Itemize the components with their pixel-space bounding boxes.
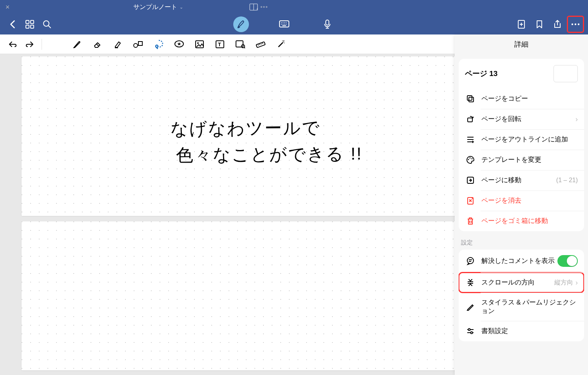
pen-mode-button[interactable] (233, 16, 249, 32)
doc-settings-row[interactable]: 書類設定 (459, 321, 584, 341)
stylus-row[interactable]: スタイラス & パームリジェクション (459, 293, 584, 321)
svg-rect-42 (256, 42, 265, 47)
svg-line-45 (261, 43, 261, 44)
sliders-icon (465, 327, 476, 335)
svg-point-60 (468, 159, 469, 160)
svg-rect-6 (26, 25, 29, 28)
undo-button[interactable] (5, 36, 21, 52)
nav-bar (0, 14, 588, 34)
comment-icon (465, 257, 476, 265)
lasso-icon (154, 39, 164, 49)
highlighter-tool[interactable] (110, 36, 126, 52)
svg-line-29 (96, 44, 99, 46)
pen-tool[interactable] (69, 36, 85, 52)
page-thumbnail[interactable] (554, 65, 578, 82)
eraser-tool[interactable] (90, 36, 105, 52)
thumbnails-button[interactable] (21, 16, 38, 33)
trash-icon (465, 217, 476, 225)
close-tab-button[interactable]: × (0, 3, 15, 11)
back-button[interactable] (4, 16, 21, 33)
copy-page-button[interactable]: ページをコピー (459, 89, 584, 109)
pen-tool-icon (73, 40, 82, 49)
add-outline-button[interactable]: ページをアウトラインに追加 (459, 129, 584, 150)
svg-line-49 (284, 41, 285, 41)
history-group (5, 36, 38, 52)
svg-rect-53 (469, 97, 474, 102)
settings-section: 解決したコメントを表示 スクロールの方向 縦方向 › スタイラス & パームリジ… (459, 250, 584, 341)
split-view-button[interactable]: + ••• (249, 4, 268, 11)
image-icon (195, 40, 204, 49)
bookmark-button[interactable] (531, 16, 548, 33)
undo-icon (9, 41, 17, 47)
favorites-tool[interactable] (171, 36, 187, 52)
svg-rect-39 (236, 41, 243, 47)
rotate-icon (465, 115, 476, 123)
change-template-label: テンプレートを変更 (481, 156, 578, 164)
svg-point-36 (197, 42, 199, 44)
goto-range: (1 – 21) (556, 177, 578, 184)
resolved-comments-toggle[interactable] (557, 255, 578, 267)
lasso-tool[interactable] (151, 36, 167, 52)
laser-icon (276, 40, 286, 49)
svg-rect-52 (467, 96, 472, 100)
more-button[interactable] (567, 16, 584, 33)
chevron-right-icon: › (575, 279, 578, 287)
ruler-icon (256, 40, 266, 49)
settings-section-title: 設定 (459, 239, 584, 250)
keyboard-mode-button[interactable] (276, 16, 292, 32)
chevron-left-icon (9, 20, 16, 29)
palette-icon (465, 156, 476, 164)
ruler-tool[interactable] (253, 36, 269, 52)
svg-line-44 (260, 43, 260, 45)
add-outline-label: ページをアウトラインに追加 (481, 135, 578, 144)
eraser-icon (93, 40, 102, 49)
svg-point-14 (286, 22, 287, 23)
share-button[interactable] (549, 16, 566, 33)
nav-left (4, 16, 56, 33)
tab-bar: × サンプルノート ⌄ + ••• (0, 0, 588, 14)
elements-tool[interactable] (232, 36, 248, 52)
stylus-label: スタイラス & パームリジェクション (481, 298, 578, 315)
trash-page-button[interactable]: ページをゴミ箱に移動 (459, 211, 584, 231)
share-icon (554, 20, 561, 29)
change-template-button[interactable]: テンプレートを変更 (459, 150, 584, 170)
doc-settings-label: 書類設定 (481, 327, 578, 335)
keyboard-icon (279, 20, 289, 28)
svg-point-75 (468, 329, 470, 331)
redo-button[interactable] (21, 36, 38, 52)
document-title-button[interactable]: サンプルノート ⌄ (133, 3, 183, 11)
goto-page-button[interactable]: ページに移動 (1 – 21) (459, 170, 584, 190)
search-button[interactable] (38, 16, 56, 33)
trash-page-label: ページをゴミ箱に移動 (481, 217, 578, 225)
resolved-comments-label: 解決したコメントを表示 (481, 257, 557, 265)
outline-icon (465, 135, 476, 144)
svg-line-51 (282, 41, 283, 41)
svg-point-17 (284, 24, 285, 25)
mic-mode-button[interactable] (319, 16, 335, 32)
rotate-page-button[interactable]: ページを回転 › (459, 109, 584, 129)
clear-page-button[interactable]: ページを消去 (459, 190, 584, 211)
svg-point-69 (467, 257, 474, 264)
mic-icon (324, 20, 331, 29)
add-page-button[interactable] (513, 16, 530, 33)
svg-point-12 (283, 22, 283, 23)
laser-tool[interactable] (273, 36, 289, 52)
svg-point-33 (156, 45, 158, 47)
star-bubble-icon (174, 40, 184, 49)
svg-point-27 (575, 24, 576, 25)
svg-point-31 (134, 43, 138, 47)
bookmark-icon (536, 20, 543, 29)
chevron-right-icon: › (575, 115, 578, 123)
scroll-direction-row[interactable]: スクロールの方向 縦方向 › (459, 272, 584, 293)
svg-point-62 (472, 158, 473, 159)
shape-tool[interactable] (131, 36, 146, 52)
resolved-comments-row[interactable]: 解決したコメントを表示 (459, 250, 584, 272)
svg-point-47 (283, 42, 284, 42)
text-tool[interactable]: T (212, 36, 228, 52)
svg-rect-4 (26, 20, 29, 24)
image-tool[interactable] (192, 36, 207, 52)
copy-page-label: ページをコピー (481, 94, 578, 103)
details-panel: 詳細 ページ 13 ページをコピー ページを回転 › ページをアウトラインに追加 (455, 34, 588, 375)
scroll-direction-value: 縦方向 (554, 279, 573, 287)
svg-point-18 (286, 24, 287, 25)
